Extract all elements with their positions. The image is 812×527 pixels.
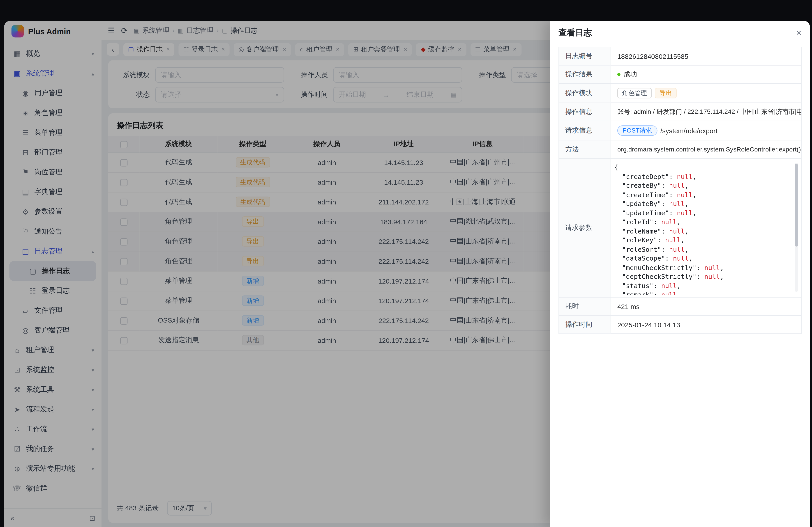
log-detail-table: 日志编号 1882612840802115585 操作结果 成功 操作模块	[559, 47, 802, 334]
module-value: 角色管理 导出	[611, 84, 801, 103]
method-value: org.dromara.system.controller.system.Sys…	[611, 140, 801, 158]
close-icon[interactable]: ×	[796, 28, 802, 37]
page: Plus Admin ▦ 概览 ▾ ▣ 系统管理 ▴ ◉ 用户管理 ◈ 角色管理…	[0, 0, 812, 527]
request-value: POST请求 /system/role/export	[611, 121, 801, 140]
field-params: 请求参数 { "createDept": null, "createBy": n…	[559, 159, 801, 298]
time-value: 2025-01-24 10:14:13	[611, 316, 801, 333]
view-log-drawer: 查看日志 × 日志编号 1882612840802115585 操作结果 成功	[550, 21, 810, 527]
json-code-block: { "createDept": null, "createBy": null, …	[613, 161, 799, 295]
code-scrollbar-thumb[interactable]	[795, 164, 798, 246]
code-scrollbar	[795, 163, 798, 292]
field-result: 操作结果 成功	[559, 65, 801, 84]
field-info: 操作信息 账号: admin / 研发部门 / 222.175.114.242 …	[559, 103, 801, 121]
log-id-value: 1882612840802115585	[611, 47, 801, 65]
action-tag: 导出	[655, 88, 677, 98]
params-value: { "createDept": null, "createBy": null, …	[611, 159, 801, 297]
drawer-body: 日志编号 1882612840802115585 操作结果 成功 操作模块	[550, 45, 810, 342]
field-log-id: 日志编号 1882612840802115585	[559, 47, 801, 65]
success-dot-icon	[617, 73, 621, 76]
module-tag: 角色管理	[617, 88, 652, 98]
drawer-title: 查看日志	[559, 27, 592, 38]
app-window: Plus Admin ▦ 概览 ▾ ▣ 系统管理 ▴ ◉ 用户管理 ◈ 角色管理…	[4, 21, 810, 527]
drawer-header: 查看日志 ×	[550, 21, 810, 45]
field-method: 方法 org.dromara.system.controller.system.…	[559, 140, 801, 159]
request-url: /system/role/export	[661, 127, 717, 135]
result-value: 成功	[611, 65, 801, 83]
post-method-tag: POST请求	[617, 125, 657, 136]
cost-value: 421 ms	[611, 298, 801, 315]
field-cost: 耗时 421 ms	[559, 298, 801, 316]
field-module: 操作模块 角色管理 导出	[559, 84, 801, 103]
field-time: 操作时间 2025-01-24 10:14:13	[559, 316, 801, 334]
info-value: 账号: admin / 研发部门 / 222.175.114.242 / 中国|…	[611, 103, 801, 121]
field-request: 请求信息 POST请求 /system/role/export	[559, 121, 801, 140]
